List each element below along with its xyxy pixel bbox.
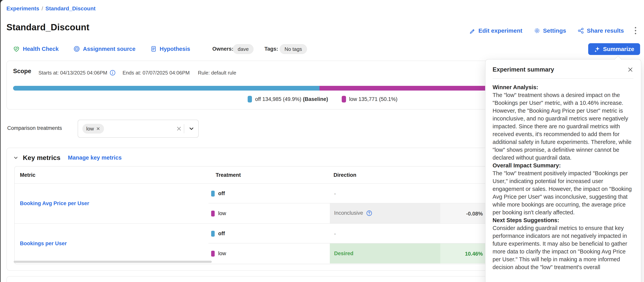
edit-experiment-label: Edit experiment [478,27,522,34]
starts-at-text: Starts at: 04/13/2025 04:06PM [38,70,107,76]
key-metrics-title: Key metrics [23,154,60,162]
share-results-label: Share results [587,27,624,34]
page-content: Experiments / Standard_Discount Edit exp… [0,0,644,282]
summarize-label: Summarize [603,46,634,52]
health-check-link[interactable]: Health Check [13,44,59,54]
summary-section-body: Consider adding guardrail metrics to ens… [492,224,634,271]
summarize-button[interactable]: Summarize [588,43,640,55]
tags-label: Tags: [264,44,278,54]
legend-item-off: off 134,985 (49.9%)(Baseline) [248,96,328,102]
edit-experiment-button[interactable]: Edit experiment [469,27,522,34]
scope-rule: Rule: default rule [198,69,236,76]
direction-label-desired: Desired [334,250,354,256]
comparison-treatments-label: Comparison treatments [7,125,62,131]
gear-icon [534,27,540,34]
metric-link-booking-avg-price[interactable]: Booking Avg Price per User [20,200,89,207]
treatment-chip-low[interactable]: low [82,124,104,133]
breadcrumb: Experiments / Standard_Discount [6,6,96,12]
summary-section-heading: Winner Analysis: [492,83,634,91]
select-divider [184,124,184,133]
assignment-source-link[interactable]: Assignment source [73,44,136,54]
treatment-name: low [218,210,226,216]
select-clear-icon[interactable] [176,120,182,137]
treatment-chip-label: low [86,126,94,132]
column-header-treatment: Treatment [216,172,241,178]
manage-key-metrics-link[interactable]: Manage key metrics [68,155,122,161]
treatment-name: off [218,231,225,237]
legend-swatch-low [342,96,346,102]
ends-at-text: Ends at: 07/07/2025 04:06PM [122,70,190,76]
metric-link-bookings-per-user[interactable]: Bookings per User [20,240,67,247]
experiment-summary-panel: Experiment summary Winner Analysis: The … [485,59,641,282]
direction-dash: - [334,231,336,237]
treatment-name: low [218,250,226,256]
horizontal-scrollbar[interactable] [14,261,212,263]
treatment-color-low [211,251,215,256]
allocation-segment-off [13,86,320,91]
header-actions: Edit experiment Settings Share results [469,26,638,35]
hypothesis-label: Hypothesis [160,46,190,52]
treatment-cell-off: off [211,231,225,237]
direction-label-inconclusive: Inconclusive [334,210,372,216]
target-icon [73,45,80,52]
breadcrumb-separator: / [42,6,43,12]
assignment-source-label: Assignment source [83,46,136,52]
chip-close-icon[interactable] [96,127,100,131]
comparison-treatments-select[interactable]: low [78,120,199,138]
document-icon [150,46,157,52]
help-icon[interactable] [366,210,372,216]
treatment-color-off [211,191,215,197]
owners-label: Owners: [212,44,234,54]
kebab-menu-icon[interactable] [633,26,638,35]
sparkle-icon [594,46,600,52]
pencil-icon [469,27,476,34]
hypothesis-link[interactable]: Hypothesis [150,44,190,54]
treatment-cell-low: low [211,250,226,256]
panel-divider [492,78,634,79]
scope-starts: Starts at: 04/13/2025 04:06PM [38,69,116,76]
value-desired: 10.46% [440,251,483,257]
column-header-direction: Direction [334,172,356,178]
breadcrumb-current[interactable]: Standard_Discount [46,6,96,12]
settings-label: Settings [543,27,566,34]
legend-swatch-off [248,96,252,102]
owner-chip[interactable]: dave [233,44,254,54]
summary-section-heading: Next Steps Suggestions: [492,216,634,224]
share-results-button[interactable]: Share results [578,27,624,34]
legend-label-off: off 134,985 (49.9%) [255,96,301,102]
value-inconclusive: -0.08% [440,211,483,217]
share-icon [578,27,584,34]
experiment-summary-title: Experiment summary [492,66,554,73]
legend-baseline-tag: (Baseline) [303,96,328,102]
direction-dash: - [334,191,336,197]
chevron-down-icon[interactable] [188,120,194,137]
treatment-color-off [211,231,215,237]
heart-check-icon [13,45,20,53]
page-title: Standard_Discount [6,22,90,33]
close-icon[interactable] [627,66,634,73]
treatment-name: off [218,191,225,197]
treatment-cell-off: off [211,191,225,197]
treatment-cell-low: low [211,210,226,216]
summary-section-heading: Overall Impact Summary: [492,162,634,169]
summary-section-body: The "low" treatment positively impacted … [492,169,634,216]
section-collapse-chevron-icon[interactable] [13,155,18,161]
tags-chip[interactable]: No tags [280,44,307,54]
legend-label-low: low 135,771 (50.1%) [349,96,398,102]
settings-button[interactable]: Settings [534,27,566,34]
health-check-label: Health Check [23,46,59,52]
legend-item-low: low 135,771 (50.1%) [342,96,398,102]
treatment-color-low [211,211,215,216]
breadcrumb-experiments[interactable]: Experiments [6,6,39,12]
scope-title: Scope [13,68,31,75]
info-icon[interactable] [110,70,116,76]
summary-body: Winner Analysis: The "low" treatment sho… [492,83,634,271]
column-header-metric: Metric [20,172,36,178]
summary-section-body: The "low" treatment shows a desired impa… [492,91,634,162]
scope-ends: Ends at: 07/07/2025 04:06PM [122,69,190,76]
rule-text: Rule: default rule [198,70,236,76]
